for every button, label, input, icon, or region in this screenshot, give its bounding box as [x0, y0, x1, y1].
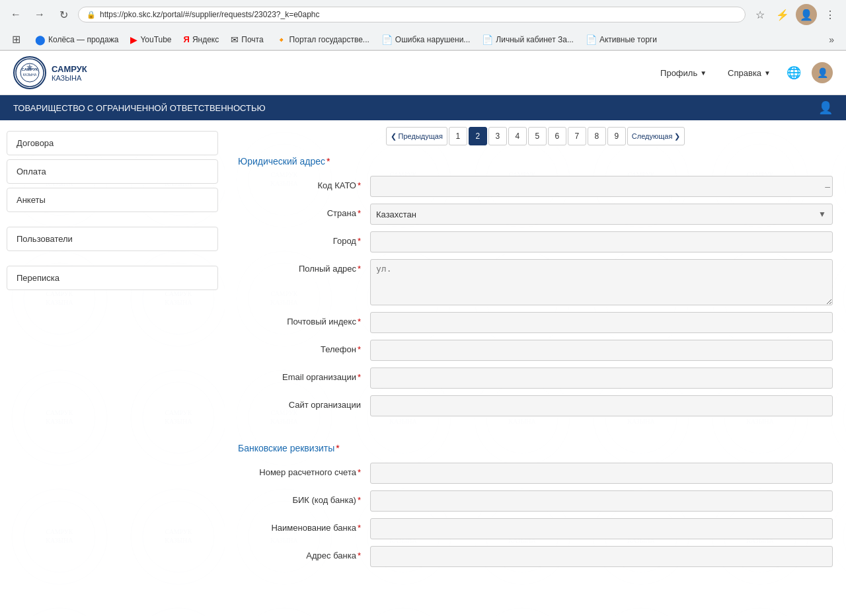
sidebar: Договора Оплата Анкеты Пользователи Пере…: [0, 120, 225, 616]
country-select[interactable]: Казахстан: [370, 204, 833, 225]
kato-wrapper: –: [370, 176, 833, 197]
page-2-button[interactable]: 2: [469, 127, 487, 145]
account-input[interactable]: [370, 463, 833, 484]
logo-circle: САМРУК КАЗЫНА: [13, 56, 46, 89]
user-header-icon: 👤: [818, 100, 833, 115]
apps-icon: ⊞: [12, 33, 20, 46]
profile-avatar[interactable]: 👤: [796, 4, 817, 25]
page-1-button[interactable]: 1: [449, 127, 467, 145]
website-label: Сайт организации: [238, 395, 370, 410]
bank-name-label: Наименование банка*: [238, 518, 370, 533]
aktivnye-icon: 📄: [586, 34, 597, 45]
sidebar-item-perepiska[interactable]: Переписка: [7, 266, 218, 290]
page-4-button[interactable]: 4: [508, 127, 527, 145]
bookmark-aktivnye[interactable]: 📄 Активные торги: [580, 32, 662, 47]
postal-label: Почтовый индекс*: [238, 312, 370, 327]
bookmark-lichnyi-label: Личный кабинет За...: [496, 35, 574, 44]
bookmark-pochta-label: Почта: [241, 35, 263, 44]
blue-header: ТОВАРИЩЕСТВО С ОГРАНИЧЕННОЙ ОТВЕТСТВЕННО…: [0, 95, 846, 120]
bank-name-input[interactable]: [370, 518, 833, 539]
url-text: https://pko.skc.kz/portal/#/supplier/req…: [100, 10, 737, 19]
bookmark-lichnyi[interactable]: 📄 Личный кабинет За...: [477, 32, 579, 47]
profile-button[interactable]: Профиль ▼: [655, 65, 712, 81]
bik-label: БИК (код банка)*: [238, 490, 370, 505]
bookmark-oshibka[interactable]: 📄 Ошибка нарушени...: [376, 32, 476, 47]
youtube-icon: ▶: [130, 34, 137, 45]
next-page-button[interactable]: Следующая ❯: [627, 127, 685, 145]
address-bar[interactable]: 🔒 https://pko.skc.kz/portal/#/supplier/r…: [78, 7, 746, 22]
browser-toolbar: ← → ↻ 🔒 https://pko.skc.kz/portal/#/supp…: [0, 0, 846, 29]
bookmark-apps[interactable]: ⊞: [7, 31, 28, 48]
refresh-button[interactable]: ↻: [54, 5, 73, 24]
profile-chevron: ▼: [700, 69, 707, 77]
kato-input[interactable]: [370, 176, 833, 197]
page-3-button[interactable]: 3: [488, 127, 507, 145]
phone-input[interactable]: [370, 340, 833, 361]
account-row: Номер расчетного счета*: [238, 463, 833, 484]
bookmark-aktivnye-label: Активные торги: [599, 35, 657, 44]
main-area: Договора Оплата Анкеты Пользователи Пере…: [0, 120, 846, 616]
logo-text: САМРУК КАЗЫНА: [52, 64, 87, 82]
email-label: Email организации*: [238, 367, 370, 382]
email-input[interactable]: [370, 367, 833, 389]
more-button[interactable]: ⋮: [821, 5, 839, 24]
bookmark-portal-label: Портал государстве...: [289, 35, 369, 44]
sidebar-item-polzovateli[interactable]: Пользователи: [7, 227, 218, 251]
country-row: Страна* Казахстан ▼: [238, 204, 833, 225]
account-label: Номер расчетного счета*: [238, 463, 370, 477]
header-title: ТОВАРИЩЕСТВО С ОГРАНИЧЕННОЙ ОТВЕТСТВЕННО…: [13, 103, 266, 113]
full-address-textarea[interactable]: [370, 259, 833, 305]
required-star-bank: *: [336, 443, 339, 453]
bookmarks-more[interactable]: »: [824, 32, 839, 47]
content-area: ❮ Предыдущая 1 2 3 4 5: [225, 120, 846, 616]
full-address-row: Полный адрес*: [238, 259, 833, 305]
required-star-address: *: [327, 156, 330, 167]
full-address-label: Полный адрес*: [238, 259, 370, 274]
page-8-button[interactable]: 8: [588, 127, 606, 145]
kato-label: Код КАТО*: [238, 176, 370, 190]
bookmark-kolesa-label: Колёса — продажа: [48, 35, 118, 44]
bookmark-kolesa[interactable]: ⬤ Колёса — продажа: [30, 32, 124, 47]
pagination: ❮ Предыдущая 1 2 3 4 5: [238, 127, 833, 145]
bookmark-yandex[interactable]: Я Яндекс: [178, 32, 225, 46]
language-icon[interactable]: 🌐: [787, 65, 801, 80]
portal-icon: 🔸: [276, 34, 287, 45]
page-7-button[interactable]: 7: [568, 127, 586, 145]
kato-search-button[interactable]: –: [825, 181, 830, 192]
bookmark-pochta[interactable]: ✉ Почта: [225, 32, 268, 47]
nav-right: Профиль ▼ Справка ▼ 🌐 👤: [655, 62, 833, 83]
sidebar-item-ankety[interactable]: Анкеты: [7, 188, 218, 212]
page-9-button[interactable]: 9: [607, 127, 626, 145]
bik-row: БИК (код банка)*: [238, 490, 833, 512]
user-avatar[interactable]: 👤: [812, 62, 833, 83]
bik-input[interactable]: [370, 490, 833, 512]
bookmark-portal[interactable]: 🔸 Портал государстве...: [270, 32, 375, 47]
page-5-button[interactable]: 5: [528, 127, 547, 145]
bookmark-youtube[interactable]: ▶ YouTube: [125, 32, 176, 47]
bank-address-row: Адрес банка*: [238, 546, 833, 567]
content-inner: ❮ Предыдущая 1 2 3 4 5: [225, 120, 846, 587]
bank-address-label: Адрес банка*: [238, 546, 370, 560]
lichnyi-icon: 📄: [482, 34, 493, 45]
bank-address-input[interactable]: [370, 546, 833, 567]
help-chevron: ▼: [764, 69, 771, 77]
forward-button[interactable]: →: [30, 5, 49, 24]
pochta-icon: ✉: [231, 34, 239, 45]
extensions-button[interactable]: ⚡: [773, 5, 792, 24]
website-input[interactable]: [370, 395, 833, 416]
city-input[interactable]: [370, 231, 833, 252]
sidebar-item-oplata[interactable]: Оплата: [7, 159, 218, 184]
country-select-wrapper: Казахстан ▼: [370, 204, 833, 225]
bookmark-oshibka-label: Ошибка нарушени...: [395, 35, 471, 44]
star-button[interactable]: ☆: [751, 5, 769, 24]
postal-input[interactable]: [370, 312, 833, 333]
help-button[interactable]: Справка ▼: [722, 65, 776, 81]
sidebar-item-dogovora[interactable]: Договора: [7, 131, 218, 155]
app-container: САМРУК КАЗЫНА САМРУК КАЗЫНА Профиль ▼ Сп…: [0, 51, 846, 616]
page-6-button[interactable]: 6: [548, 127, 566, 145]
kato-row: Код КАТО* –: [238, 176, 833, 197]
city-row: Город*: [238, 231, 833, 252]
back-button[interactable]: ←: [7, 5, 25, 24]
postal-row: Почтовый индекс*: [238, 312, 833, 333]
prev-page-button[interactable]: ❮ Предыдущая: [386, 127, 447, 145]
